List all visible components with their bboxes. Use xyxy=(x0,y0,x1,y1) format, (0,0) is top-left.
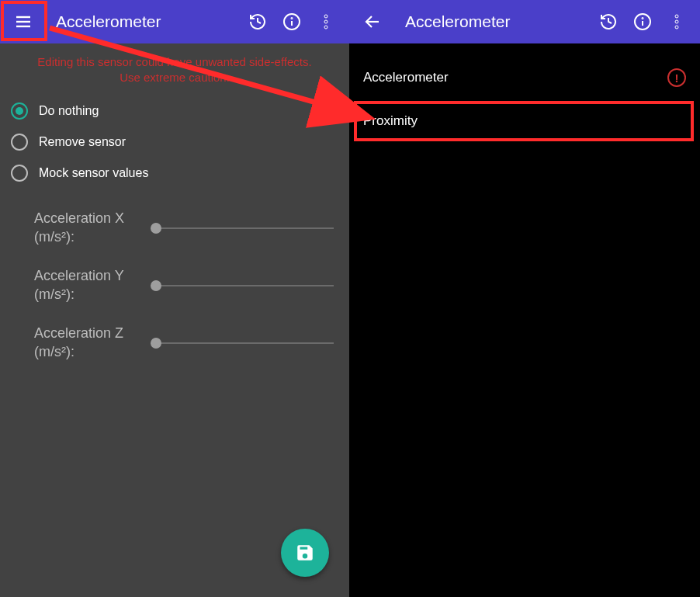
slider-thumb[interactable] xyxy=(151,338,161,349)
svg-point-13 xyxy=(675,15,678,18)
radio-icon xyxy=(11,102,28,120)
list-item-accelerometer[interactable]: Accelerometer ! xyxy=(349,56,700,99)
radio-mock-values[interactable]: Mock sensor values xyxy=(11,158,338,189)
save-icon xyxy=(295,543,315,563)
slider-track[interactable] xyxy=(151,285,334,286)
radio-remove-sensor[interactable]: Remove sensor xyxy=(11,127,338,158)
radio-label: Remove sensor xyxy=(39,135,126,149)
warning-line1: Editing this sensor could have unwanted … xyxy=(8,54,341,70)
warning-icon: ! xyxy=(667,68,686,87)
slider-track[interactable] xyxy=(151,342,334,344)
slider-accel-z[interactable]: Acceleration Z (m/s²): xyxy=(34,314,349,372)
slider-label: Acceleration Z (m/s²): xyxy=(34,325,151,361)
left-screen: Accelerometer Editing this sensor could … xyxy=(0,0,349,597)
back-icon[interactable] xyxy=(355,5,390,39)
svg-point-14 xyxy=(675,20,678,23)
appbar-left: Accelerometer xyxy=(0,0,349,43)
history-icon[interactable] xyxy=(591,5,625,39)
radio-do-nothing[interactable]: Do nothing xyxy=(11,95,338,127)
svg-point-5 xyxy=(292,18,293,19)
svg-point-12 xyxy=(643,18,643,19)
list-item-label: Proximity xyxy=(363,113,418,129)
list-item-proximity[interactable]: Proximity xyxy=(349,99,700,143)
slider-thumb[interactable] xyxy=(151,280,161,291)
radio-icon xyxy=(11,165,28,182)
svg-point-8 xyxy=(324,26,327,29)
svg-point-15 xyxy=(675,26,678,29)
svg-point-6 xyxy=(324,15,327,18)
radio-icon xyxy=(11,134,28,151)
slider-label: Acceleration Y (m/s²): xyxy=(34,267,151,304)
appbar-title-left: Accelerometer xyxy=(56,12,241,31)
info-icon[interactable] xyxy=(625,5,660,39)
hamburger-menu-icon[interactable] xyxy=(6,5,40,39)
overflow-menu-icon[interactable] xyxy=(309,5,343,39)
warning-text: Editing this sensor could have unwanted … xyxy=(0,43,349,92)
svg-point-7 xyxy=(324,20,327,23)
warning-line2: Use extreme caution. xyxy=(8,70,341,85)
info-icon[interactable] xyxy=(275,5,309,39)
slider-accel-x[interactable]: Acceleration X (m/s²): xyxy=(34,200,349,257)
sliders-section: Acceleration X (m/s²): Acceleration Y (m… xyxy=(0,192,349,372)
list-item-label: Accelerometer xyxy=(363,70,449,85)
right-screen: Accelerometer Accelerometer ! Proximity xyxy=(349,0,700,597)
history-icon[interactable] xyxy=(241,5,275,39)
overflow-menu-icon[interactable] xyxy=(660,5,694,39)
slider-track[interactable] xyxy=(151,227,334,229)
radio-label: Do nothing xyxy=(39,104,99,118)
spacer xyxy=(349,43,700,56)
appbar-title-right: Accelerometer xyxy=(405,12,591,31)
radio-label: Mock sensor values xyxy=(39,166,148,180)
appbar-right: Accelerometer xyxy=(349,0,700,43)
slider-label: Acceleration X (m/s²): xyxy=(34,210,151,246)
radio-group: Do nothing Remove sensor Mock sensor val… xyxy=(0,92,349,192)
slider-thumb[interactable] xyxy=(151,223,161,234)
save-fab[interactable] xyxy=(281,529,329,577)
slider-accel-y[interactable]: Acceleration Y (m/s²): xyxy=(34,257,349,314)
